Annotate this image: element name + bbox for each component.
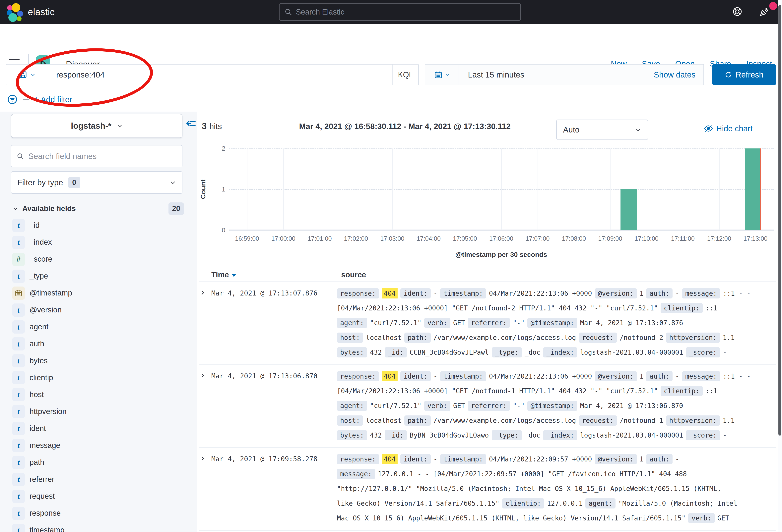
documents-table: Time _source Mar 4, 2021 @ 17:13:07.876r… <box>200 268 776 531</box>
interval-select[interactable]: Auto <box>556 120 648 140</box>
field-value: - <box>675 372 679 380</box>
table-row: Mar 4, 2021 @ 17:13:06.870response:404id… <box>200 365 776 448</box>
sidebar-field-@version[interactable]: t@version <box>0 301 198 318</box>
sidebar-field-@timestamp[interactable]: @timestamp <box>0 284 198 301</box>
gridline <box>647 148 647 230</box>
histogram-bar-17:09:30[interactable] <box>620 189 637 230</box>
field-name-pill: response: <box>337 454 379 464</box>
help-icon[interactable] <box>732 6 743 17</box>
sidebar-field-httpversion[interactable]: thttpversion <box>0 403 198 420</box>
field-value: logstash-2021.03.04-000001 <box>580 348 683 356</box>
field-name-pill: agent: <box>585 498 615 508</box>
filter-by-type-select[interactable]: Filter by type 0 <box>11 172 182 194</box>
query-language-button[interactable]: KQL <box>392 65 418 85</box>
chevron-down-icon <box>635 126 641 133</box>
index-pattern-select[interactable]: logstash-* <box>11 114 182 138</box>
string-field-type-icon: t <box>12 422 25 435</box>
sidebar-field-message[interactable]: tmessage <box>0 437 198 454</box>
field-name-pill: request: <box>579 333 617 343</box>
saved-query-menu[interactable] <box>6 65 48 85</box>
field-value: 1 <box>640 455 644 463</box>
x-tick-label: 17:01:00 <box>308 235 332 242</box>
newsfeed-icon[interactable] <box>759 6 770 17</box>
field-name-pill: _type: <box>492 430 522 440</box>
doc-timestamp: Mar 4, 2021 @ 17:09:58.278 <box>211 453 337 463</box>
field-name-pill: auth: <box>646 371 672 381</box>
add-filter-button[interactable]: + Add filter <box>34 95 72 104</box>
y-tick-label: 2 <box>222 145 225 152</box>
time-column-header[interactable]: Time <box>211 271 337 279</box>
field-name-pill: message: <box>337 469 375 479</box>
string-field-type-icon: t <box>12 524 25 532</box>
current-time-marker <box>760 148 761 230</box>
histogram-bar-17:13:00[interactable] <box>745 148 761 230</box>
y-tick-label: 1 <box>222 186 225 193</box>
field-name-pill: clientip: <box>661 303 703 313</box>
table-row: Mar 4, 2021 @ 17:13:07.876response:404id… <box>200 282 776 365</box>
sidebar-field-response[interactable]: tresponse <box>0 505 198 522</box>
field-value: ByBN_3cB04dGovJLOawo <box>410 431 489 439</box>
hide-chart-button[interactable]: Hide chart <box>704 124 752 133</box>
sidebar-field-_score[interactable]: #_score <box>0 251 198 268</box>
field-name-pill: host: <box>337 415 363 426</box>
field-name: _type <box>30 272 48 280</box>
doc-timestamp: Mar 4, 2021 @ 17:13:07.876 <box>211 288 337 297</box>
sidebar-field-timestamp[interactable]: ttimestamp <box>0 522 198 532</box>
time-range-value[interactable]: Last 15 minutes <box>459 70 654 79</box>
chart-time-range-title: Mar 4, 2021 @ 16:58:30.112 - Mar 4, 2021… <box>299 122 511 131</box>
field-name-pill: httpversion: <box>666 415 720 426</box>
field-name: _id <box>30 221 40 230</box>
field-name: path <box>30 458 44 467</box>
refresh-button[interactable]: Refresh <box>712 64 776 85</box>
sidebar-field-path[interactable]: tpath <box>0 454 198 471</box>
field-name: auth <box>30 340 44 348</box>
query-input[interactable] <box>48 65 392 85</box>
field-search-input[interactable] <box>28 152 177 161</box>
global-search[interactable] <box>279 3 521 21</box>
elastic-brand: elastic <box>7 3 55 21</box>
sidebar-field-bytes[interactable]: tbytes <box>0 352 198 369</box>
chevron-down-icon <box>445 72 450 77</box>
sidebar-field-referrer[interactable]: treferrer <box>0 471 198 488</box>
sidebar-field-ident[interactable]: tident <box>0 420 198 437</box>
filter-divider <box>23 99 29 100</box>
expand-row-icon[interactable] <box>200 453 211 462</box>
field-value: "-" <box>512 402 525 410</box>
highlighted-value: 404 <box>382 371 398 381</box>
x-tick-label: 17:05:00 <box>453 235 477 242</box>
date-quick-menu[interactable] <box>425 65 459 85</box>
page-scrollbar[interactable] <box>778 0 782 532</box>
field-value: _doc <box>525 348 540 356</box>
sidebar-field-_id[interactable]: t_id <box>0 217 198 234</box>
field-name-pill: _score: <box>686 430 720 440</box>
sidebar-field-clientip[interactable]: tclientip <box>0 369 198 386</box>
global-search-input[interactable] <box>296 8 516 16</box>
available-fields-header[interactable]: Available fields 20 <box>12 202 184 216</box>
x-tick-label: 17:11:00 <box>671 235 695 242</box>
string-field-type-icon: t <box>12 439 25 452</box>
sidebar-field-_index[interactable]: t_index <box>0 234 198 251</box>
field-value: ::1 <box>705 387 717 395</box>
sidebar-field-auth[interactable]: tauth <box>0 335 198 352</box>
sidebar-field-_type[interactable]: t_type <box>0 268 198 284</box>
gridline <box>538 148 538 230</box>
field-name-pill: @version: <box>595 454 637 464</box>
query-bar: KQL <box>6 64 419 85</box>
field-value: CCBN_3cB04dGovJLPawl <box>410 348 489 356</box>
sidebar-field-agent[interactable]: tagent <box>0 318 198 335</box>
show-dates-button[interactable]: Show dates <box>654 70 704 79</box>
gridline <box>683 148 683 230</box>
sidebar-field-host[interactable]: thost <box>0 386 198 403</box>
scrollbar-thumb[interactable] <box>778 5 781 435</box>
expand-row-icon[interactable] <box>200 288 211 297</box>
expand-row-icon[interactable] <box>200 370 211 380</box>
field-name: ident <box>30 424 46 433</box>
sidebar-field-request[interactable]: trequest <box>0 488 198 505</box>
x-tick-label: 17:09:00 <box>598 235 622 242</box>
field-name-pill: timestamp: <box>440 454 486 464</box>
field-value: - <box>433 372 437 380</box>
field-name-pill: @timestamp: <box>527 318 577 328</box>
field-name-pill: ident: <box>400 371 430 381</box>
field-search-box[interactable] <box>11 145 182 167</box>
collapse-sidebar-icon[interactable] <box>185 118 197 130</box>
